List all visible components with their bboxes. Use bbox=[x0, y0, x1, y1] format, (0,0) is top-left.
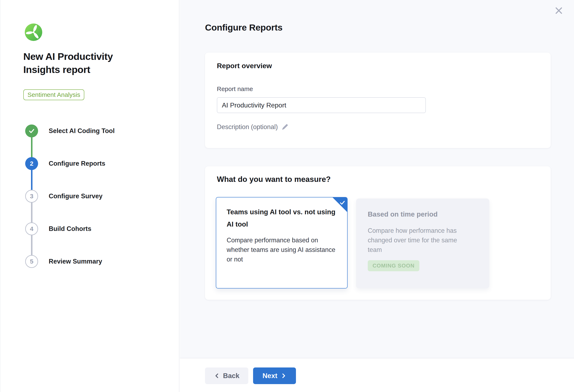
chevron-left-icon bbox=[214, 373, 220, 379]
description-label: Description (optional) bbox=[217, 123, 278, 131]
step-complete-indicator bbox=[25, 125, 38, 137]
main-panel: Configure Reports Report overview Report… bbox=[180, 0, 574, 392]
new-report-wizard: New AI Productivity Insights report Sent… bbox=[0, 0, 574, 392]
step-upcoming-indicator: 5 bbox=[25, 255, 38, 268]
option-description: Compare performance based on whether tea… bbox=[227, 235, 336, 264]
report-type-badge: Sentiment Analysis bbox=[23, 89, 84, 100]
next-label: Next bbox=[263, 372, 277, 380]
option-description: Compare how performance has changed over… bbox=[368, 226, 466, 254]
chevron-right-icon bbox=[280, 373, 287, 379]
report-name-label: Report name bbox=[217, 85, 253, 93]
back-button[interactable]: Back bbox=[205, 368, 248, 384]
step-connector bbox=[31, 235, 32, 255]
pencil-icon bbox=[281, 123, 289, 131]
next-button[interactable]: Next bbox=[253, 368, 296, 384]
step-upcoming-indicator: 4 bbox=[25, 223, 38, 235]
close-icon bbox=[554, 6, 564, 15]
wizard-footer: Back Next bbox=[180, 358, 574, 392]
wizard-sidebar: New AI Productivity Insights report Sent… bbox=[0, 0, 179, 392]
coming-soon-badge: COMING SOON bbox=[368, 260, 419, 271]
report-overview-card: Report overview Report name Description … bbox=[205, 53, 551, 148]
step-connector bbox=[31, 137, 32, 158]
step-label: Build Cohorts bbox=[49, 223, 91, 235]
option-time-period[interactable]: Based on time period Compare how perform… bbox=[356, 199, 489, 288]
check-icon bbox=[28, 127, 35, 134]
report-overview-heading: Report overview bbox=[217, 62, 272, 70]
step-label: Select AI Coding Tool bbox=[49, 125, 115, 137]
close-button[interactable] bbox=[554, 6, 564, 15]
description-edit-control[interactable]: Description (optional) bbox=[217, 123, 289, 131]
step-label: Configure Reports bbox=[49, 157, 105, 170]
measure-card: What do you want to measure? Teams using… bbox=[205, 166, 551, 300]
app-logo bbox=[25, 23, 42, 41]
step-upcoming-indicator: 3 bbox=[25, 190, 38, 203]
step-connector bbox=[31, 202, 32, 223]
page-title: Configure Reports bbox=[205, 22, 282, 33]
step-connector bbox=[31, 169, 32, 190]
report-name-input[interactable] bbox=[217, 97, 426, 113]
option-teams-vs-not[interactable]: Teams using AI tool vs. not using AI too… bbox=[216, 197, 348, 288]
step-label: Configure Survey bbox=[49, 190, 102, 203]
option-title: Based on time period bbox=[368, 208, 478, 220]
step-label: Review Summary bbox=[49, 255, 102, 268]
back-label: Back bbox=[223, 372, 240, 380]
wizard-title: New AI Productivity Insights report bbox=[23, 50, 144, 76]
propeller-icon bbox=[25, 23, 42, 41]
option-title: Teams using AI tool vs. not using AI too… bbox=[227, 206, 337, 230]
check-icon bbox=[339, 199, 346, 206]
measure-heading: What do you want to measure? bbox=[217, 175, 331, 184]
step-current-indicator: 2 bbox=[25, 157, 38, 170]
